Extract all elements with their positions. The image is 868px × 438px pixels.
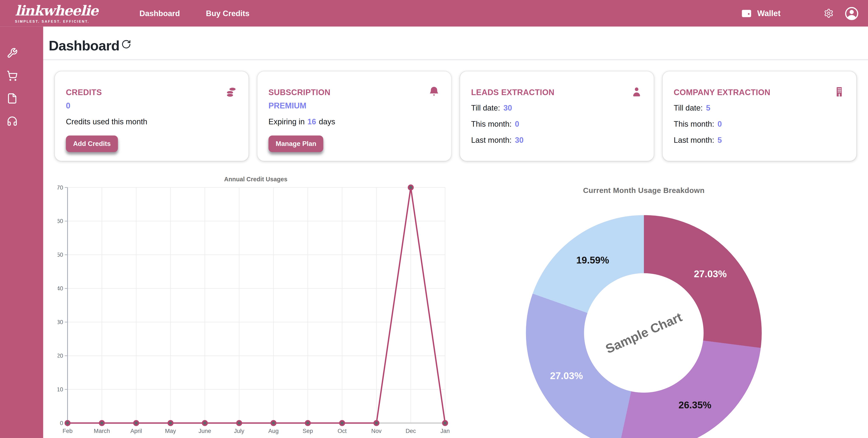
screen: linkwheelie SIMPLEST. SAFEST. EFFICIENT.…: [0, 0, 868, 438]
data-point[interactable]: [134, 421, 138, 425]
stat-label: Till date:: [674, 103, 703, 112]
y-tick-label: 10: [58, 386, 63, 393]
subscription-plan: PREMIUM: [269, 101, 440, 110]
donut-chart-title: Current Month Usage Breakdown: [526, 187, 762, 195]
card-title: LEADS EXTRACTION: [471, 88, 643, 97]
stat-value: 0: [717, 120, 722, 128]
x-tick-label: Nov: [371, 428, 382, 434]
coins-icon: [224, 86, 238, 99]
expiry-suffix: days: [319, 117, 335, 126]
x-tick-label: Dec: [406, 428, 416, 434]
data-point[interactable]: [203, 421, 207, 425]
leads-stats: Till date: 30 This month: 0 Last month: …: [471, 103, 643, 144]
line-chart-canvas[interactable]: 010203040506070FebMarchAprilMayJuneJulyA…: [58, 175, 454, 438]
stat-value: 30: [515, 136, 524, 144]
top-navbar: linkwheelie SIMPLEST. SAFEST. EFFICIENT.…: [0, 0, 868, 27]
headphones-icon[interactable]: [7, 115, 18, 127]
annual-credit-usages-chart: 010203040506070FebMarchAprilMayJuneJulyA…: [58, 175, 454, 438]
page-heading-row: Dashboard: [49, 38, 131, 53]
wallet-button[interactable]: Wallet: [741, 7, 780, 19]
nav-item-buy-credits[interactable]: Buy Credits: [206, 9, 249, 18]
x-tick-label: July: [234, 428, 244, 434]
donut-center-label: Sample Chart: [603, 309, 684, 357]
gear-icon[interactable]: [824, 8, 834, 18]
data-point[interactable]: [100, 421, 104, 425]
cart-icon[interactable]: [7, 70, 18, 81]
stat-value: 5: [706, 103, 710, 112]
x-tick-label: Sep: [303, 428, 313, 434]
page-title: Dashboard: [49, 38, 120, 53]
file-icon[interactable]: [7, 93, 18, 104]
wrench-icon[interactable]: [7, 48, 18, 59]
y-tick-label: 20: [58, 352, 63, 359]
subscription-card: SUBSCRIPTION PREMIUM Expiring in 16 days…: [257, 71, 451, 161]
stat-row: Last month: 5: [674, 136, 845, 144]
company-stats: Till date: 5 This month: 0 Last month: 5: [674, 103, 845, 144]
building-icon: [833, 86, 845, 98]
main-nav: Dashboard Buy Credits: [140, 9, 250, 18]
data-point[interactable]: [65, 421, 70, 425]
person-icon: [630, 86, 643, 98]
data-point[interactable]: [374, 421, 379, 425]
card-title: CREDITS: [66, 88, 238, 97]
stat-label: Last month:: [471, 136, 512, 144]
stat-value: 5: [717, 136, 722, 144]
stat-row: Last month: 30: [471, 136, 643, 144]
y-tick-label: 40: [58, 285, 63, 292]
stat-label: This month:: [674, 120, 714, 128]
data-point[interactable]: [443, 421, 447, 425]
y-tick-label: 30: [58, 319, 63, 325]
data-point[interactable]: [306, 421, 310, 425]
slice-label: 19.59%: [576, 255, 609, 266]
stat-label: Till date:: [471, 103, 500, 112]
y-tick-label: 0: [60, 420, 63, 426]
manage-plan-button[interactable]: Manage Plan: [269, 136, 323, 152]
stat-label: This month:: [471, 120, 512, 128]
data-point[interactable]: [340, 421, 344, 425]
wallet-icon: [741, 7, 752, 19]
navbar-right: Wallet: [741, 6, 868, 20]
x-tick-label: Feb: [63, 428, 72, 434]
add-credits-button[interactable]: Add Credits: [66, 136, 118, 152]
donut-hole: Sample Chart: [584, 273, 704, 393]
usage-breakdown-donut-chart[interactable]: Sample Chart 27.03%26.35%27.03%19.59%: [526, 215, 762, 438]
sidebar: [0, 27, 43, 438]
nav-item-dashboard[interactable]: Dashboard: [140, 9, 180, 18]
y-tick-label: 70: [58, 184, 63, 191]
stat-value: 0: [515, 120, 519, 128]
x-tick-label: March: [94, 428, 110, 434]
card-title: COMPANY EXTRACTION: [674, 88, 845, 97]
x-tick-label: Oct: [338, 428, 347, 434]
data-point[interactable]: [168, 421, 173, 425]
stat-row: Till date: 30: [471, 103, 643, 112]
brand-logo[interactable]: linkwheelie SIMPLEST. SAFEST. EFFICIENT.: [15, 4, 98, 23]
data-point[interactable]: [237, 421, 241, 425]
slice-label: 27.03%: [694, 269, 727, 280]
user-avatar-icon[interactable]: [845, 6, 859, 20]
slice-label: 27.03%: [550, 370, 583, 382]
x-tick-label: April: [130, 428, 142, 434]
expiry-days: 16: [307, 117, 316, 126]
data-point[interactable]: [271, 421, 276, 425]
data-point[interactable]: [408, 185, 413, 190]
series-line: [68, 188, 445, 423]
brand-name: linkwheelie: [15, 4, 98, 18]
heading-divider: [43, 59, 868, 60]
credits-value: 0: [66, 101, 238, 110]
line-chart-title: Annual Credit Usages: [58, 176, 454, 182]
card-title: SUBSCRIPTION: [269, 88, 440, 97]
summary-cards: CREDITS 0 Credits used this month Add Cr…: [55, 71, 856, 161]
brand-tagline: SIMPLEST. SAFEST. EFFICIENT.: [15, 19, 98, 23]
company-extraction-card: COMPANY EXTRACTION Till date: 5 This mon…: [662, 71, 856, 161]
x-tick-label: Jan: [440, 428, 450, 434]
stat-value: 30: [503, 103, 512, 112]
leads-extraction-card: LEADS EXTRACTION Till date: 30 This mont…: [460, 71, 654, 161]
stat-row: This month: 0: [471, 120, 643, 128]
stat-row: Till date: 5: [674, 103, 845, 112]
x-tick-label: May: [165, 428, 176, 434]
x-tick-label: June: [198, 428, 211, 434]
credits-card: CREDITS 0 Credits used this month Add Cr…: [55, 71, 248, 161]
main-content: Dashboard CREDITS 0 Credits used this mo…: [43, 27, 868, 438]
refresh-icon[interactable]: [121, 39, 131, 49]
slice-label: 26.35%: [678, 400, 711, 411]
